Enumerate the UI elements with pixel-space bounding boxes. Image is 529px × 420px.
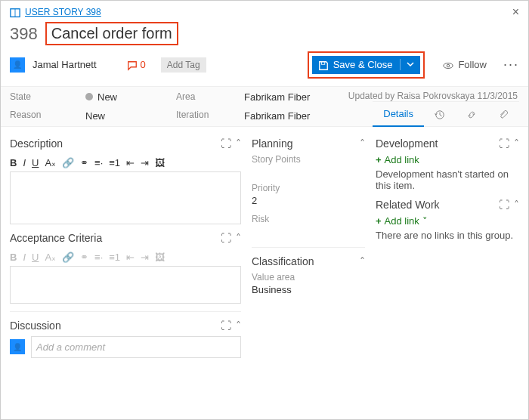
priority-label: Priority [252, 183, 365, 193]
save-icon [318, 59, 329, 71]
comment-icon [127, 59, 138, 71]
development-header: Development [376, 137, 438, 150]
related-note: There are no links in this group. [376, 230, 519, 241]
description-editor[interactable] [10, 171, 241, 224]
reason-label: Reason [10, 110, 63, 120]
expand-icon[interactable]: ⛶ [221, 320, 231, 332]
follow-label: Follow [458, 59, 487, 70]
title-input[interactable]: Cancel order form [45, 22, 178, 45]
state-value[interactable]: New [85, 91, 153, 103]
comments-count[interactable]: 0 [127, 59, 146, 71]
breadcrumb-link[interactable]: USER STORY 398 [25, 7, 101, 17]
chevron-up-icon[interactable]: ˄ [236, 232, 241, 244]
chevron-up-icon[interactable]: ˄ [236, 320, 241, 332]
comment-input[interactable]: Add a comment [31, 336, 241, 358]
expand-icon[interactable]: ⛶ [499, 137, 509, 150]
story-points-label: Story Points [252, 154, 365, 165]
area-value[interactable]: Fabrikam Fiber [244, 91, 310, 103]
state-label: State [10, 91, 63, 102]
description-toolbar[interactable]: BIU Aₓ🔗⚭ ≡·≡1⇤⇥ 🖼 [10, 154, 241, 171]
tab-details[interactable]: Details [373, 102, 424, 127]
risk-label: Risk [252, 214, 365, 224]
value-area-value[interactable]: Business [252, 284, 365, 295]
acceptance-toolbar[interactable]: BIU Aₓ🔗⚭ ≡·≡1⇤⇥ 🖼 [10, 249, 241, 266]
eye-icon [443, 59, 453, 71]
comment-count-value: 0 [141, 59, 146, 70]
save-close-button[interactable]: Save & Close [312, 56, 421, 74]
avatar: 👤 [10, 57, 25, 73]
expand-icon[interactable]: ⛶ [221, 232, 231, 244]
acceptance-header: Acceptance Criteria [10, 232, 102, 244]
expand-icon[interactable]: ⛶ [221, 137, 231, 150]
chevron-up-icon[interactable]: ˄ [514, 137, 519, 150]
priority-value[interactable]: 2 [252, 195, 365, 206]
description-header: Description [10, 137, 63, 150]
work-item-id: 398 [10, 24, 38, 44]
dev-add-link[interactable]: +Add link [376, 154, 519, 165]
book-icon [10, 6, 20, 18]
chevron-up-icon[interactable]: ˄ [360, 255, 365, 267]
plus-icon: + [376, 154, 382, 165]
acceptance-editor[interactable] [10, 266, 241, 304]
reason-value[interactable]: New [85, 110, 153, 122]
discussion-header: Discussion [10, 320, 61, 332]
chevron-down-icon: ˅ [422, 215, 428, 227]
tab-attachments[interactable] [487, 102, 519, 128]
save-label: Save & Close [333, 59, 393, 70]
chevron-up-icon[interactable]: ˄ [236, 137, 241, 150]
related-header: Related Work [376, 199, 440, 211]
svg-point-3 [444, 63, 453, 68]
svg-point-4 [447, 64, 450, 67]
iteration-value[interactable]: Fabrikam Fiber [244, 110, 310, 122]
related-add-link[interactable]: +Add link ˅ [376, 215, 519, 227]
more-menu[interactable]: ··· [503, 57, 519, 73]
dev-note: Development hasn't started on this item. [376, 168, 519, 191]
assignee[interactable]: Jamal Hartnett [32, 59, 97, 70]
iteration-label: Iteration [176, 110, 221, 120]
value-area-label: Value area [252, 272, 365, 283]
close-icon[interactable]: × [512, 5, 519, 19]
classification-header: Classification [252, 255, 314, 267]
tab-links[interactable] [456, 102, 487, 128]
avatar: 👤 [10, 339, 25, 354]
chevron-up-icon[interactable]: ˄ [514, 199, 519, 211]
tab-history[interactable] [424, 102, 456, 128]
chevron-up-icon[interactable]: ˄ [360, 137, 365, 150]
expand-icon[interactable]: ⛶ [499, 199, 509, 211]
follow-button[interactable]: Follow [443, 59, 487, 71]
add-tag-button[interactable]: Add Tag [161, 57, 206, 73]
state-dot-icon [85, 93, 93, 100]
area-label: Area [176, 91, 221, 102]
planning-header: Planning [252, 137, 293, 150]
chevron-down-icon[interactable] [400, 59, 414, 70]
plus-icon: + [376, 215, 382, 227]
